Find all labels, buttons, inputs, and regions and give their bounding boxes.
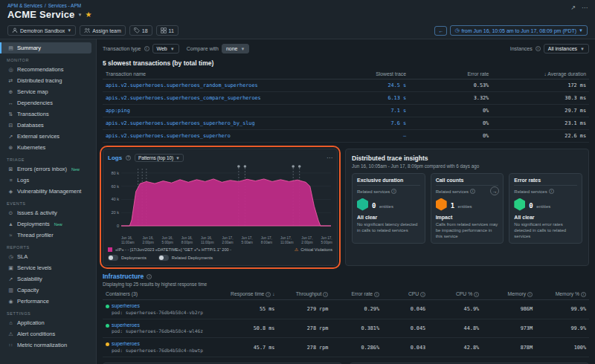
sidebar-item-distributed-tracing[interactable]: ⇄Distributed tracing	[0, 75, 91, 86]
transaction-name-link[interactable]: apis.v2.superheroes.superheroes_superher…	[106, 120, 255, 126]
transaction-type-select[interactable]: Web ▼	[152, 44, 179, 53]
insight-card-title: Error rates	[514, 178, 577, 186]
x-tick-label: Jun 17,11:00am	[280, 236, 294, 244]
logs-section: Logs ? Patterns (top 10) ▼ ⋯ 80 k60 k40 …	[103, 149, 338, 266]
container-name-link[interactable]: superheroes	[112, 322, 140, 329]
compare-with-select[interactable]: none ▼	[222, 44, 250, 53]
info-icon[interactable]: i	[266, 292, 271, 297]
sidebar-item-errors-errors-inbox[interactable]: ⊠Errors (errors inbox)New	[0, 163, 91, 175]
infra-column-containers-3[interactable]: Containers (3)	[103, 289, 219, 299]
transaction-name-link[interactable]: app:ping	[106, 108, 130, 114]
error-rate-value: 0%	[409, 117, 492, 130]
chevron-down-icon[interactable]: ▼	[78, 13, 83, 17]
sidebar-item-thread-profiler[interactable]: ≈Thread profiler	[0, 230, 91, 241]
top-header: APM & Services / Services - APM ACME Ser…	[0, 0, 595, 22]
transaction-name-link[interactable]: apis.v2.superheroes.superheroes_compare_…	[106, 95, 261, 101]
sidebar-item-application[interactable]: ⌂Application	[0, 317, 91, 328]
info-icon[interactable]: i	[391, 189, 396, 194]
transaction-name-link[interactable]: apis.v2.superheroes.superheroes_random_s…	[106, 82, 258, 88]
infra-column-memory[interactable]: Memory % i	[536, 289, 589, 299]
info-icon[interactable]: i	[581, 292, 586, 297]
sidebar-item-transactions[interactable]: ⇅Transactions	[0, 108, 91, 120]
entity-count-unit: entities	[458, 204, 472, 209]
sidebar-item-service-map[interactable]: ⊕Service map	[0, 86, 91, 97]
sidebar-item-databases[interactable]: ⊟Databases	[0, 120, 91, 131]
infra-column-response-time[interactable]: Response time i ↓	[219, 289, 277, 299]
toggle-switch-icon[interactable]	[108, 255, 118, 261]
infra-column-cpu[interactable]: CPU i	[382, 289, 428, 299]
column-error-rate[interactable]: Error rate	[409, 69, 492, 79]
sidebar-item-deployments[interactable]: ▲DeploymentsNew	[0, 218, 91, 230]
sidebar-item-alert-conditions[interactable]: ⚠Alert conditions	[0, 328, 91, 339]
sidebar-item-service-levels[interactable]: ▣Service levels	[0, 262, 91, 273]
logs-title[interactable]: Logs	[108, 155, 122, 161]
account-picker[interactable]: Demotron Sandbox ▼	[7, 25, 76, 36]
sidebar-item-scalability[interactable]: ↗Scalability	[0, 273, 91, 285]
share-icon[interactable]: ↗	[570, 4, 576, 11]
sidebar-item-summary[interactable]: ▤Summary	[0, 42, 91, 53]
sidebar-item-vulnerability-management[interactable]: ◈Vulnerability Management	[0, 186, 91, 197]
infrastructure-title[interactable]: Infrastructure	[103, 273, 144, 280]
container-name-link[interactable]: superheroes	[112, 303, 140, 310]
sidebar-item-label: SLA	[17, 253, 28, 260]
more-options-icon[interactable]: ⋯	[582, 4, 588, 11]
info-icon[interactable]: i	[470, 189, 475, 194]
related-deployments-toggle[interactable]: Related Deployments	[158, 255, 213, 261]
patterns-select[interactable]: Patterns (top 10) ▼	[135, 154, 184, 162]
sidebar-item-sla[interactable]: ◷SLA	[0, 251, 91, 262]
sidebar-item-label: Vulnerability Management	[17, 188, 81, 195]
sidebar-item-label: Capacity	[17, 287, 39, 293]
infra-column-throughput[interactable]: Throughput i	[277, 289, 331, 299]
info-icon[interactable]: i	[323, 292, 328, 297]
tags-button[interactable]: 18	[129, 25, 152, 36]
breadcrumb-apm-services[interactable]: APM & Services	[7, 3, 42, 8]
panel-menu-icon[interactable]: ⋯	[327, 155, 332, 161]
instances-select[interactable]: All instances ▼	[544, 44, 589, 53]
slowest-trace-link[interactable]: 7.6 s	[391, 120, 406, 126]
entity-hexagon-icon	[436, 198, 447, 211]
deployments-toggle[interactable]: Deployments	[108, 255, 147, 261]
info-icon[interactable]: i	[549, 189, 554, 194]
column-transaction-name[interactable]: Transaction name	[103, 69, 327, 79]
sidebar-item-issues-activity[interactable]: ⊙Issues & activity	[0, 207, 91, 218]
info-icon[interactable]: i	[420, 292, 425, 297]
sidebar-nav: ▤SummaryMONITOR◎Recommendations⇄Distribu…	[0, 39, 97, 364]
column-slowest-trace[interactable]: Slowest trace	[327, 69, 409, 79]
infrastructure-table: Containers (3)Response time i ↓Throughpu…	[103, 289, 589, 357]
sidebar-item-kubernetes[interactable]: ⊛Kubernetes	[0, 142, 91, 153]
transaction-name-link[interactable]: apis.v2.superheroes.superheroes_superher…	[106, 133, 231, 139]
info-icon[interactable]: i	[536, 46, 541, 51]
sidebar-item-external-services[interactable]: ↗External services	[0, 131, 91, 142]
sidebar-item-metric-normalization[interactable]: ∷Metric normalization	[0, 339, 91, 351]
sidebar-item-recommendations[interactable]: ◎Recommendations	[0, 64, 91, 75]
sidebar-item-logs[interactable]: ≡Logs	[0, 175, 91, 186]
favorite-star-icon[interactable]: ★	[86, 10, 92, 19]
sidebar-item-capacity[interactable]: ▥Capacity	[0, 285, 91, 296]
breadcrumb: APM & Services / Services - APM	[7, 3, 588, 8]
infra-column-memory[interactable]: Memory i	[482, 289, 536, 299]
assign-team-button[interactable]: Assign team	[80, 25, 126, 36]
info-icon[interactable]: i	[144, 46, 149, 51]
breadcrumb-services-apm[interactable]: Services - APM	[48, 3, 81, 8]
open-related-services-button[interactable]: →	[490, 186, 499, 195]
toggle-switch-icon[interactable]	[158, 255, 169, 261]
info-icon[interactable]: i	[527, 292, 533, 297]
info-icon[interactable]: i	[474, 292, 479, 297]
infra-column-error-rate[interactable]: Error rate i	[331, 289, 382, 299]
slowest-trace-link[interactable]: 6.13 s	[387, 95, 406, 101]
logs-chart[interactable]: 80 k60 k40 k20 k0	[108, 162, 332, 233]
column-average-duration[interactable]: ↓ Average duration	[492, 69, 589, 79]
time-picker-back-button[interactable]: ←	[434, 26, 447, 36]
container-name-link[interactable]: superheroes	[112, 341, 140, 348]
help-icon[interactable]: ?	[126, 155, 131, 160]
infra-column-cpu[interactable]: CPU % i	[428, 289, 482, 299]
sidebar-item-performance[interactable]: ◉Performance	[0, 296, 91, 307]
slowest-trace-link[interactable]: —	[403, 133, 406, 139]
time-picker[interactable]: ◷ from Jun 16, 10:05 am to Jun 17, 08:09…	[450, 25, 588, 36]
slowest-trace-link[interactable]: 7.1 s	[391, 108, 406, 114]
info-icon[interactable]: i	[374, 292, 379, 297]
dashboards-button[interactable]: 11	[156, 25, 178, 36]
slowest-trace-link[interactable]: 24.5 s	[387, 82, 406, 88]
sidebar-item-dependencies[interactable]: ↔Dependencies	[0, 97, 91, 108]
info-icon[interactable]: i	[147, 274, 152, 279]
